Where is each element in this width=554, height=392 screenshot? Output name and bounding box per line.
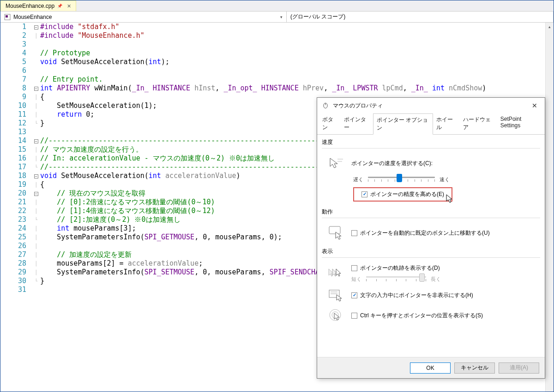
enhance-precision-checkbox[interactable]: ポインターの精度を高める(E)	[361, 190, 444, 198]
code-folding-margin[interactable]: −│−│││└−││└−│−││└││││││└	[33, 23, 39, 392]
line-number: 13	[0, 128, 26, 137]
line-number: 3	[0, 40, 26, 49]
slider-slow-label: 遅く	[353, 176, 363, 183]
fold-marker: │	[33, 198, 39, 207]
group-speed: 速度 ポインターの速度を選択する(C): 遅く 速く	[322, 138, 540, 203]
slider-fast-label: 速く	[440, 176, 450, 183]
line-number: 9	[0, 93, 26, 101]
vertical-scrollbar[interactable]: ▴	[545, 23, 554, 392]
code-line[interactable]: int APIENTRY wWinMain(_In_ HINSTANCE hIn…	[40, 84, 554, 93]
svg-rect-8	[329, 226, 340, 234]
trail-long-label: 長く	[431, 276, 441, 283]
line-number: 19	[0, 180, 26, 189]
fold-marker	[33, 128, 39, 137]
code-line[interactable]	[40, 66, 554, 75]
line-number: 27	[0, 250, 26, 259]
nav-scope-label: (グローバル スコープ)	[290, 13, 345, 21]
code-line[interactable]	[40, 40, 554, 49]
fold-marker[interactable]: −	[33, 137, 39, 145]
hide-typing-label: 文字の入力中にポインターを非表示にする(H)	[360, 291, 473, 299]
group-display: 表示 ポインターの軌跡を表示する(D) 短く	[322, 248, 540, 326]
dialog-body: 速度 ポインターの速度を選択する(C): 遅く 速く	[317, 135, 545, 357]
code-line[interactable]: void SetMouseAcceleration(int);	[40, 58, 554, 66]
ctrl-locate-checkbox[interactable]: Ctrl キーを押すとポインターの位置を表示する(S)	[351, 312, 483, 320]
checkbox-icon	[361, 191, 367, 197]
line-number: 14	[0, 137, 26, 145]
line-number: 21	[0, 198, 26, 207]
fold-marker: │	[33, 259, 39, 268]
dialog-close-button[interactable]: ✕	[529, 101, 540, 110]
group-speed-title: 速度	[322, 138, 540, 148]
line-number: 12	[0, 119, 26, 128]
fold-marker: │	[33, 233, 39, 242]
code-line[interactable]: #include "stdafx.h"	[40, 23, 554, 31]
dialog-titlebar[interactable]: マウスのプロパティ ✕	[317, 98, 545, 113]
scroll-up-icon[interactable]: ▴	[546, 23, 554, 31]
mouse-icon	[322, 101, 329, 110]
line-number: 24	[0, 224, 26, 233]
document-tab[interactable]: MouseEnhance.cpp 📌 ✕	[0, 0, 76, 11]
nav-project-dropdown[interactable]: MouseEnhance ▾	[0, 12, 287, 22]
cancel-button[interactable]: キャンセル	[454, 362, 495, 374]
chevron-down-icon: ▾	[280, 15, 283, 19]
pin-icon[interactable]: 📌	[57, 4, 62, 8]
dialog-title: マウスのプロパティ	[333, 102, 383, 110]
line-number: 25	[0, 233, 26, 242]
line-number: 15	[0, 145, 26, 154]
nav-scope-dropdown[interactable]: (グローバル スコープ)	[287, 12, 554, 22]
fold-marker[interactable]: −	[33, 189, 39, 198]
dialog-tab[interactable]: ハードウェア	[460, 113, 497, 134]
pointer-speed-icon	[327, 155, 346, 172]
fold-marker: │	[33, 101, 39, 110]
code-line[interactable]: #include "MouseEnhance.h"	[40, 31, 554, 40]
hide-typing-checkbox[interactable]: 文字の入力中にポインターを非表示にする(H)	[351, 291, 473, 299]
dialog-tab[interactable]: ポインター	[341, 113, 373, 134]
fold-marker	[33, 58, 39, 66]
close-icon[interactable]: ✕	[67, 3, 71, 9]
line-number: 30	[0, 277, 26, 285]
document-tabstrip: MouseEnhance.cpp 📌 ✕	[0, 0, 554, 12]
dialog-tab[interactable]: SetPoint Settings	[497, 113, 543, 134]
fold-marker[interactable]: −	[33, 84, 39, 93]
line-number: 28	[0, 259, 26, 268]
dialog-tab[interactable]: ボタン	[319, 113, 341, 134]
line-number: 16	[0, 154, 26, 163]
svg-marker-7	[446, 195, 452, 202]
pointer-trail-icon	[327, 266, 346, 282]
dialog-tabs: ボタンポインターポインター オプションホイールハードウェアSetPoint Se…	[317, 113, 545, 135]
line-number: 1	[0, 23, 26, 31]
pointer-speed-slider[interactable]	[368, 175, 435, 184]
fold-marker[interactable]: −	[33, 172, 39, 180]
line-number: 26	[0, 242, 26, 250]
pointer-trail-checkbox[interactable]: ポインターの軌跡を表示する(D)	[351, 264, 441, 272]
line-number: 22	[0, 207, 26, 215]
cpp-project-icon	[4, 14, 11, 20]
enhance-precision-label: ポインターの精度を高める(E)	[370, 190, 444, 198]
ctrl-locate-label: Ctrl キーを押すとポインターの位置を表示する(S)	[360, 312, 483, 320]
snap-to-icon	[327, 225, 346, 241]
fold-marker: └	[33, 215, 39, 224]
ctrl-locate-icon	[327, 307, 346, 324]
code-line[interactable]: // Entry point.	[40, 75, 554, 84]
snap-to-checkbox[interactable]: ポインターを自動的に既定のボタン上に移動する(U)	[351, 229, 490, 237]
precision-highlight-box: ポインターの精度を高める(E)	[353, 187, 452, 202]
code-line[interactable]: // Prototype	[40, 49, 554, 58]
fold-marker: │	[33, 93, 39, 101]
dialog-tab[interactable]: ポインター オプション	[373, 113, 433, 135]
dialog-footer: OK キャンセル 適用(A)	[317, 357, 545, 378]
dialog-tab[interactable]: ホイール	[433, 113, 460, 134]
line-number: 18	[0, 172, 26, 180]
fold-marker: │	[33, 180, 39, 189]
line-number: 23	[0, 215, 26, 224]
group-action-title: 動作	[322, 208, 540, 218]
fold-marker	[33, 75, 39, 84]
fold-marker: └	[33, 163, 39, 172]
line-number: 6	[0, 66, 26, 75]
fold-marker[interactable]: −	[33, 23, 39, 31]
ok-button[interactable]: OK	[410, 362, 451, 374]
trail-short-label: 短く	[351, 276, 361, 283]
pointer-speed-label: ポインターの速度を選択する(C):	[351, 160, 433, 167]
line-number: 5	[0, 58, 26, 66]
line-number: 29	[0, 268, 26, 277]
fold-marker: └	[33, 119, 39, 128]
